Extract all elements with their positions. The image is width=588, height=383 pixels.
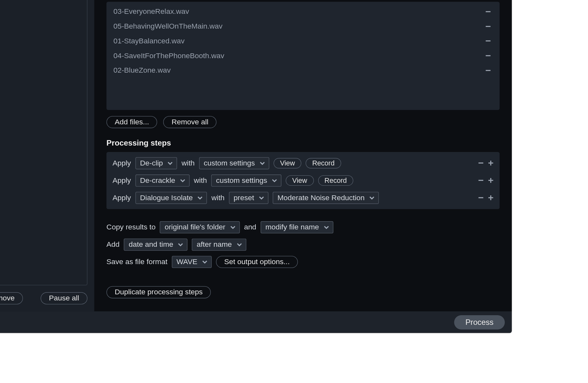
effect-select[interactable]: Dialogue Isolate [135,192,207,204]
name-action-value: modify file name [265,223,319,232]
input-file-name: 03-EveryoneRelax.wav [113,7,189,16]
remove-step-icon[interactable]: − [478,192,484,203]
remove-file-icon[interactable]: − [484,50,493,61]
remove-step-icon[interactable]: − [478,175,484,186]
record-button[interactable]: Record [306,158,341,168]
processing-steps-heading: Processing steps [106,138,500,147]
duplicate-steps-button[interactable]: Duplicate processing steps [106,286,211,298]
apply-label: Apply [112,159,131,168]
add-step-icon[interactable]: + [488,175,494,186]
preset-select[interactable]: Moderate Noise Reduction [273,192,379,204]
and-label: and [244,223,256,232]
main-panel: Input files 03-EveryoneRelax.wav−05-Beha… [94,0,512,311]
remove-file-icon[interactable]: − [484,36,493,47]
input-file-row[interactable]: 01-StayBalanced.wav− [106,34,500,49]
pause-all-button[interactable]: Pause all [41,292,87,305]
add-label: Add [106,240,120,249]
output-settings: Copy results to original file's folder a… [106,221,500,298]
input-file-name: 05-BehavingWellOnTheMain.wav [113,22,223,31]
chevron-down-icon [167,160,174,166]
effect-value: Dialogue Isolate [140,193,193,202]
chevron-down-icon [258,195,264,201]
chevron-down-icon [272,177,278,183]
add-step-icon[interactable]: + [488,158,494,169]
effect-select[interactable]: De-crackle [135,174,190,187]
view-button[interactable]: View [273,158,301,168]
processing-step-row: ApplyDialogue IsolatewithpresetModerate … [106,189,500,207]
add-where-value: after name [197,240,232,249]
input-file-row[interactable]: 02-BlueZone.wav− [106,63,500,78]
input-files-panel: 03-EveryoneRelax.wav−05-BehavingWellOnTh… [106,2,500,110]
remove-file-icon[interactable]: − [484,6,493,17]
input-file-row[interactable]: 04-SaveItForThePhoneBooth.wav− [106,49,500,63]
mode-select[interactable]: custom settings [199,157,269,169]
input-file-name: 04-SaveItForThePhoneBooth.wav [113,51,224,60]
add-files-button[interactable]: Add files... [106,116,157,128]
mode-select[interactable]: custom settings [211,174,281,187]
set-output-options-button[interactable]: Set output options... [216,256,298,268]
format-value: WAVE [176,258,197,266]
batch-queue-item[interactable]: everyone [0,0,81,6]
effect-value: De-crackle [140,176,175,185]
chevron-down-icon [202,259,208,265]
chevron-down-icon [369,195,375,201]
with-label: with [211,193,225,202]
footer: Process [0,311,512,333]
batch-queue-list[interactable]: everyonerelax [0,0,87,285]
input-file-name: 01-StayBalanced.wav [113,37,185,46]
view-button[interactable]: View [286,175,314,186]
processing-step-row: ApplyDe-cracklewithcustom settingsViewRe… [106,172,500,189]
record-button[interactable]: Record [318,175,353,186]
add-what-select[interactable]: date and time [124,238,188,251]
apply-label: Apply [112,176,131,185]
destination-select[interactable]: original file's folder [160,221,240,234]
remove-file-icon[interactable]: − [484,21,493,32]
process-button[interactable]: Process [454,315,505,329]
batch-sidebar: everyonerelax Add Remove Pause all [0,0,94,311]
chevron-down-icon [180,177,186,183]
mode-select[interactable]: preset [229,192,268,204]
copy-results-label: Copy results to [106,223,156,232]
add-step-icon[interactable]: + [488,192,494,203]
destination-value: original file's folder [165,223,225,232]
mode-value: custom settings [216,176,267,185]
format-select[interactable]: WAVE [172,256,212,268]
chevron-down-icon [236,242,242,248]
with-label: with [194,176,207,185]
remove-batch-button[interactable]: Remove [0,292,23,305]
name-action-select[interactable]: modify file name [261,221,333,234]
processing-steps-panel: ApplyDe-clipwithcustom settingsViewRecor… [106,152,500,209]
effect-value: De-clip [140,159,163,168]
processing-step-row: ApplyDe-clipwithcustom settingsViewRecor… [106,155,500,172]
mode-value: preset [234,193,254,202]
chevron-down-icon [197,195,203,201]
chevron-down-icon [259,160,265,166]
save-format-label: Save as file format [106,258,167,266]
remove-file-icon[interactable]: − [484,65,493,76]
chevron-down-icon [178,242,184,248]
input-file-name: 02-BlueZone.wav [113,66,171,75]
batch-queue-item[interactable]: relax [0,6,81,17]
effect-select[interactable]: De-clip [135,157,177,169]
remove-all-files-button[interactable]: Remove all [163,116,217,128]
add-what-value: date and time [129,240,173,249]
preset-value: Moderate Noise Reduction [278,193,365,202]
chevron-down-icon [323,224,329,230]
apply-label: Apply [112,193,131,202]
mode-value: custom settings [204,159,255,168]
add-where-select[interactable]: after name [192,238,246,251]
chevron-down-icon [230,224,236,230]
with-label: with [182,159,195,168]
input-file-row[interactable]: 03-EveryoneRelax.wav− [106,4,500,19]
input-file-row[interactable]: 05-BehavingWellOnTheMain.wav− [106,19,500,34]
remove-step-icon[interactable]: − [478,158,484,169]
